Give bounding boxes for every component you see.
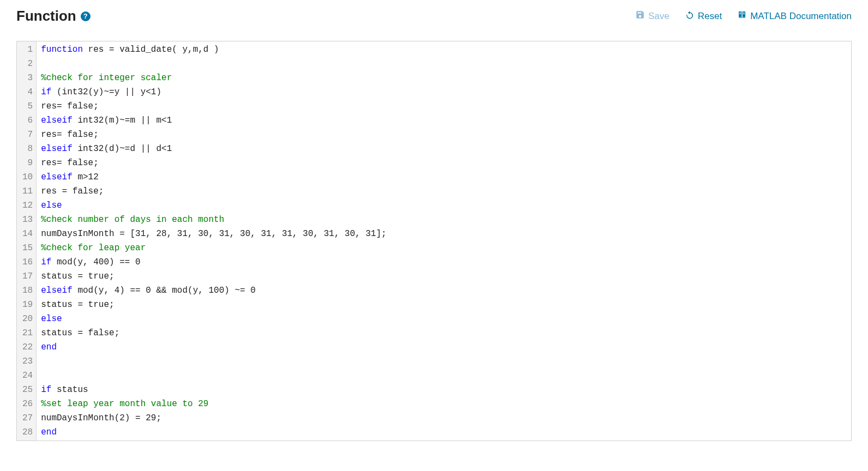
- code-area[interactable]: function res = valid_date( y,m,d ) %chec…: [37, 41, 851, 440]
- line-number: 6: [22, 113, 33, 128]
- line-number: 3: [22, 71, 33, 85]
- line-number: 28: [22, 425, 33, 439]
- reset-icon: [685, 10, 695, 22]
- code-line[interactable]: numDaysInMonth(2) = 29;: [41, 411, 847, 425]
- code-line[interactable]: elseif int32(d)~=d || d<1: [41, 142, 847, 156]
- code-line[interactable]: numDaysInMonth = [31, 28, 31, 30, 31, 30…: [41, 227, 847, 241]
- reset-button-label: Reset: [698, 11, 722, 22]
- code-line[interactable]: %set leap year month value to 29: [41, 397, 847, 411]
- code-line[interactable]: elseif m>12: [41, 170, 847, 184]
- line-number-gutter: 1234567891011121314151617181920212223242…: [17, 41, 37, 440]
- code-editor[interactable]: 1234567891011121314151617181920212223242…: [16, 41, 852, 441]
- code-line[interactable]: function res = valid_date( y,m,d ): [41, 43, 847, 57]
- line-number: 2: [22, 57, 33, 71]
- code-line[interactable]: %check for leap year: [41, 241, 847, 255]
- documentation-link[interactable]: MATLAB Documentation: [737, 10, 852, 22]
- line-number: 20: [22, 312, 33, 326]
- code-line[interactable]: else: [41, 198, 847, 213]
- code-line[interactable]: end: [41, 425, 847, 439]
- line-number: 14: [22, 227, 33, 241]
- code-line[interactable]: [41, 57, 847, 71]
- line-number: 1: [22, 43, 33, 57]
- line-number: 13: [22, 213, 33, 227]
- line-number: 16: [22, 255, 33, 269]
- code-line[interactable]: else: [41, 312, 847, 326]
- line-number: 25: [22, 383, 33, 397]
- code-line[interactable]: [41, 369, 847, 383]
- code-line[interactable]: res= false;: [41, 99, 847, 113]
- book-icon: [737, 10, 747, 22]
- line-number: 18: [22, 283, 33, 298]
- code-line[interactable]: end: [41, 340, 847, 354]
- documentation-link-label: MATLAB Documentation: [750, 11, 852, 22]
- code-line[interactable]: if (int32(y)~=y || y<1): [41, 85, 847, 99]
- line-number: 5: [22, 99, 33, 113]
- code-line[interactable]: res= false;: [41, 128, 847, 142]
- line-number: 26: [22, 397, 33, 411]
- page-title: Function: [16, 8, 76, 25]
- code-line[interactable]: res= false;: [41, 156, 847, 170]
- line-number: 8: [22, 142, 33, 156]
- line-number: 11: [22, 184, 33, 198]
- line-number: 7: [22, 128, 33, 142]
- line-number: 19: [22, 298, 33, 312]
- code-line[interactable]: elseif mod(y, 4) == 0 && mod(y, 100) ~= …: [41, 283, 847, 298]
- action-bar: Save Reset MATLAB Documentation: [635, 10, 852, 22]
- reset-button[interactable]: Reset: [685, 10, 722, 22]
- line-number: 15: [22, 241, 33, 255]
- code-line[interactable]: status = false;: [41, 326, 847, 340]
- code-line[interactable]: if status: [41, 383, 847, 397]
- code-line[interactable]: if mod(y, 400) == 0: [41, 255, 847, 269]
- code-line[interactable]: status = true;: [41, 298, 847, 312]
- code-line[interactable]: elseif int32(m)~=m || m<1: [41, 113, 847, 128]
- line-number: 17: [22, 269, 33, 283]
- code-line[interactable]: res = false;: [41, 184, 847, 198]
- header-bar: Function ? Save Reset MATLAB Documenta: [16, 8, 852, 25]
- code-line[interactable]: status = true;: [41, 269, 847, 283]
- line-number: 4: [22, 85, 33, 99]
- save-icon: [635, 10, 645, 22]
- help-icon[interactable]: ?: [81, 11, 91, 21]
- save-button-label: Save: [648, 11, 670, 22]
- save-button[interactable]: Save: [635, 10, 670, 22]
- line-number: 24: [22, 369, 33, 383]
- line-number: 9: [22, 156, 33, 170]
- line-number: 10: [22, 170, 33, 184]
- line-number: 23: [22, 354, 33, 369]
- line-number: 27: [22, 411, 33, 425]
- line-number: 22: [22, 340, 33, 354]
- line-number: 21: [22, 326, 33, 340]
- line-number: 12: [22, 198, 33, 213]
- code-line[interactable]: %check number of days in each month: [41, 213, 847, 227]
- code-line[interactable]: [41, 354, 847, 369]
- code-line[interactable]: %check for integer scaler: [41, 71, 847, 85]
